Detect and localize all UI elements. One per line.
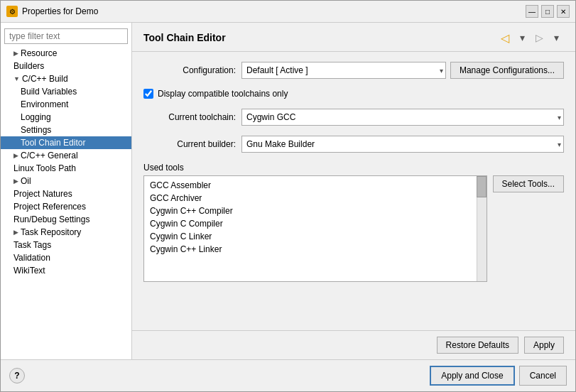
- compatible-toolchains-label: Display compatible toolchains only: [158, 89, 288, 99]
- tool-item: Cygwin C Linker: [147, 230, 484, 243]
- title-bar: ⚙ Properties for Demo — □ ✕: [1, 1, 575, 23]
- tool-item: GCC Assembler: [147, 179, 484, 192]
- window-icon: ⚙: [6, 6, 18, 17]
- select-tools-button[interactable]: Select Tools...: [493, 175, 564, 192]
- arrow-icon: ▶: [13, 229, 18, 236]
- manage-configurations-button[interactable]: Manage Configurations...: [450, 62, 564, 79]
- configuration-label: Configuration:: [143, 65, 236, 75]
- sidebar-item-task-repository[interactable]: ▶ Task Repository: [1, 226, 131, 239]
- builder-combo-wrapper: Gnu Make Builder ▾: [241, 136, 564, 153]
- forward-dropdown-button[interactable]: ▾: [548, 30, 564, 45]
- restore-defaults-button[interactable]: Restore Defaults: [437, 337, 518, 354]
- checkbox-row: Display compatible toolchains only: [143, 89, 564, 99]
- used-tools-section: Used tools GCC Assembler GCC Archiver Cy…: [143, 163, 564, 282]
- tools-buttons: Select Tools...: [493, 175, 564, 282]
- footer-left: ?: [9, 368, 25, 383]
- sidebar: ▶ Resource Builders ▼ C/C++ Build Build …: [1, 23, 132, 359]
- current-builder-select[interactable]: Gnu Make Builder: [241, 136, 564, 153]
- window-title: Properties for Demo: [22, 6, 98, 16]
- cancel-button[interactable]: Cancel: [519, 366, 567, 386]
- panel-title: Tool Chain Editor: [143, 32, 226, 43]
- filter-input[interactable]: [4, 28, 128, 44]
- arrow-icon: ▶: [13, 50, 18, 57]
- panel-header: Tool Chain Editor ◁ ▾ ▷ ▾: [132, 23, 575, 52]
- right-panel: Tool Chain Editor ◁ ▾ ▷ ▾ Configuration:: [132, 23, 575, 359]
- toolchain-combo-wrapper: Cygwin GCC ▾: [241, 109, 564, 126]
- main-window: ⚙ Properties for Demo — □ ✕ ▶ Resource B…: [0, 0, 576, 392]
- current-builder-label: Current builder:: [143, 139, 236, 149]
- help-button[interactable]: ?: [9, 368, 25, 383]
- sidebar-item-toolchain-editor[interactable]: Tool Chain Editor: [1, 136, 131, 149]
- tool-item: Cygwin C Compiler: [147, 217, 484, 230]
- scrollbar-thumb[interactable]: [477, 176, 487, 197]
- current-builder-row: Current builder: Gnu Make Builder ▾: [143, 136, 564, 153]
- bottom-bar: Restore Defaults Apply: [132, 330, 575, 359]
- maximize-button[interactable]: □: [541, 5, 554, 18]
- sidebar-item-oil[interactable]: ▶ Oil: [1, 175, 131, 187]
- tool-item: Cygwin C++ Linker: [147, 243, 484, 256]
- sidebar-item-ccpp-build[interactable]: ▼ C/C++ Build: [1, 72, 131, 85]
- configuration-control: Default [ Active ] ▾ Manage Configuratio…: [241, 62, 564, 79]
- current-toolchain-row: Current toolchain: Cygwin GCC ▾: [143, 109, 564, 126]
- sidebar-item-validation[interactable]: Validation: [1, 251, 131, 264]
- used-tools-container: GCC Assembler GCC Archiver Cygwin C++ Co…: [143, 175, 564, 282]
- scrollbar[interactable]: [477, 176, 487, 281]
- main-content: ▶ Resource Builders ▼ C/C++ Build Build …: [1, 23, 575, 359]
- configuration-combo-wrapper: Default [ Active ] ▾: [241, 62, 446, 79]
- title-controls: — □ ✕: [526, 5, 570, 18]
- tool-item: Cygwin C++ Compiler: [147, 205, 484, 217]
- title-bar-left: ⚙ Properties for Demo: [6, 6, 98, 17]
- panel-toolbar: ◁ ▾ ▷ ▾: [497, 30, 564, 45]
- apply-button[interactable]: Apply: [524, 337, 564, 354]
- arrow-icon: ▶: [13, 178, 18, 185]
- used-tools-header: Used tools: [143, 163, 564, 173]
- dropdown-button[interactable]: ▾: [514, 30, 530, 45]
- sidebar-item-environment[interactable]: Environment: [1, 98, 131, 111]
- sidebar-item-builders[interactable]: Builders: [1, 60, 131, 72]
- sidebar-item-run-debug-settings[interactable]: Run/Debug Settings: [1, 213, 131, 226]
- minimize-button[interactable]: —: [526, 5, 538, 18]
- sidebar-item-build-variables[interactable]: Build Variables: [1, 85, 131, 98]
- sidebar-item-wikitext[interactable]: WikiText: [1, 264, 131, 277]
- current-toolchain-control: Cygwin GCC ▾: [241, 109, 564, 126]
- sidebar-item-linux-tools-path[interactable]: Linux Tools Path: [1, 162, 131, 175]
- current-builder-control: Gnu Make Builder ▾: [241, 136, 564, 153]
- used-tools-list[interactable]: GCC Assembler GCC Archiver Cygwin C++ Co…: [143, 175, 487, 282]
- sidebar-item-task-tags[interactable]: Task Tags: [1, 239, 131, 251]
- close-button[interactable]: ✕: [557, 5, 570, 18]
- arrow-icon: ▼: [13, 75, 20, 82]
- current-toolchain-label: Current toolchain:: [143, 112, 236, 122]
- footer-bar: ? Apply and Close Cancel: [1, 359, 575, 391]
- compatible-toolchains-checkbox[interactable]: [143, 89, 153, 99]
- tool-item: GCC Archiver: [147, 192, 484, 205]
- configuration-row: Configuration: Default [ Active ] ▾ Mana…: [143, 62, 564, 79]
- current-toolchain-select[interactable]: Cygwin GCC: [241, 109, 564, 126]
- back-button[interactable]: ◁: [497, 30, 513, 45]
- sidebar-item-project-references[interactable]: Project References: [1, 200, 131, 213]
- configuration-select[interactable]: Default [ Active ]: [241, 62, 446, 79]
- sidebar-item-settings[interactable]: Settings: [1, 124, 131, 136]
- sidebar-item-project-natures[interactable]: Project Natures: [1, 187, 131, 200]
- panel-body: Configuration: Default [ Active ] ▾ Mana…: [132, 52, 575, 330]
- sidebar-item-ccpp-general[interactable]: ▶ C/C++ General: [1, 149, 131, 162]
- sidebar-item-logging[interactable]: Logging: [1, 111, 131, 124]
- forward-button[interactable]: ▷: [531, 30, 547, 45]
- footer-buttons: Apply and Close Cancel: [430, 366, 567, 386]
- sidebar-item-resource[interactable]: ▶ Resource: [1, 47, 131, 60]
- arrow-icon: ▶: [13, 152, 18, 159]
- apply-and-close-button[interactable]: Apply and Close: [430, 366, 514, 386]
